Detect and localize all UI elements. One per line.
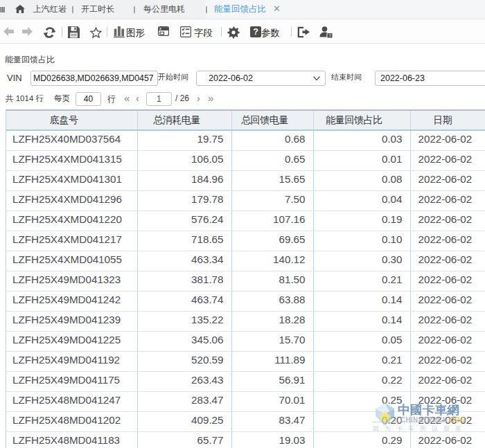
svg-text:?: ?: [328, 33, 331, 38]
